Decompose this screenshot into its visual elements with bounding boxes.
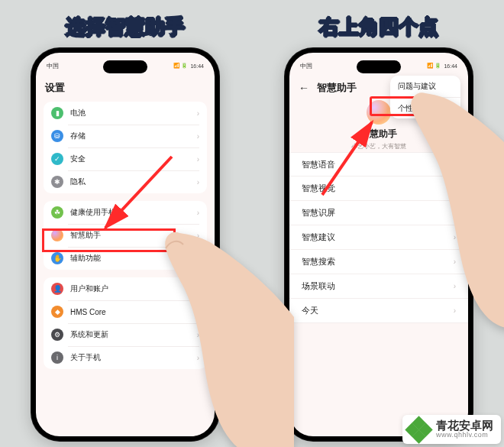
- row-privacy[interactable]: ✱ 隐私 ›: [44, 170, 207, 193]
- row-label: 关于手机: [70, 352, 101, 363]
- row-label: 电池: [70, 108, 86, 118]
- assistant-icon: [51, 229, 63, 241]
- row-label: 用户和账户: [70, 283, 108, 294]
- user-icon: 👤: [51, 283, 63, 295]
- status-icons: 📶 🔋: [173, 63, 189, 69]
- row-label: 安全: [70, 154, 86, 164]
- chevron-right-icon: ›: [197, 155, 199, 164]
- row-digital-balance[interactable]: ☘ 健康使用手机 ›: [44, 201, 207, 224]
- chevron-right-icon: ›: [197, 209, 199, 217]
- chevron-right-icon: ›: [197, 109, 199, 118]
- shield-icon: ✓: [51, 153, 63, 165]
- health-icon: ☘: [51, 206, 63, 219]
- storage-icon: ⛁: [51, 130, 63, 142]
- row-label: 系统和更新: [70, 329, 108, 340]
- camera-cutout: [103, 60, 147, 73]
- info-icon: i: [51, 351, 63, 364]
- gear-icon: ⚙: [51, 329, 63, 341]
- page-title: 智慧助手: [317, 81, 357, 95]
- watermark-title: 青花安卓网: [436, 419, 493, 432]
- row-label: 辅助功能: [70, 253, 101, 264]
- battery-icon: ▮: [51, 107, 63, 119]
- hero-title: 智慧助手: [360, 128, 397, 141]
- row-label: 今天: [302, 305, 318, 316]
- caption-right: 右上角四个点: [319, 14, 438, 40]
- row-label: 智慧助手: [70, 230, 101, 241]
- hero-subtitle: 小艺小艺，大有智慧: [351, 142, 406, 151]
- back-icon[interactable]: ←: [299, 82, 309, 94]
- hms-icon: ◆: [51, 306, 63, 318]
- row-label: 智慧搜索: [302, 256, 335, 267]
- accessibility-icon: ✋: [51, 252, 63, 264]
- row-label: 智慧视觉: [302, 183, 335, 194]
- row-storage[interactable]: ⛁ 存储 ›: [44, 125, 207, 147]
- carrier-label: 中国: [47, 62, 59, 70]
- row-security[interactable]: ✓ 安全 ›: [44, 147, 207, 170]
- row-label: 智慧语音: [302, 159, 335, 170]
- row-label: 隐私: [70, 177, 86, 187]
- watermark-url: www.qhhlv.com: [436, 432, 493, 439]
- caption-left: 选择智慧助手: [66, 14, 185, 40]
- clock: 16:44: [444, 63, 457, 69]
- watermark: 青花安卓网 www.qhhlv.com: [402, 415, 501, 444]
- row-label: 智慧建议: [302, 232, 335, 243]
- camera-cutout: [357, 60, 401, 73]
- left-panel: 选择智慧助手 中国 📶 🔋 16:44 设置 ▮ 电池 ›: [0, 0, 250, 447]
- clock: 16:44: [190, 63, 204, 69]
- page-title: 设置: [45, 81, 65, 95]
- row-label: 智慧识屏: [302, 207, 335, 219]
- chevron-right-icon: ›: [197, 132, 199, 141]
- title-bar: 设置: [36, 77, 215, 99]
- chevron-right-icon: ›: [197, 178, 199, 186]
- assistant-orb-icon: [367, 100, 391, 125]
- finger-pointer: [406, 84, 504, 332]
- row-label: 场景联动: [302, 280, 335, 292]
- carrier-label: 中国: [300, 62, 312, 70]
- row-label: 存储: [70, 131, 86, 141]
- row-battery[interactable]: ▮ 电池 ›: [44, 102, 207, 125]
- settings-group: ▮ 电池 › ⛁ 存储 › ✓ 安全 › ✱: [44, 102, 207, 193]
- status-icons: 📶 🔋: [427, 63, 442, 69]
- lock-icon: ✱: [51, 176, 63, 188]
- row-label: HMS Core: [70, 308, 106, 316]
- row-label: 健康使用手机: [70, 207, 116, 218]
- finger-pointer: [157, 225, 294, 447]
- watermark-logo-icon: [407, 418, 430, 441]
